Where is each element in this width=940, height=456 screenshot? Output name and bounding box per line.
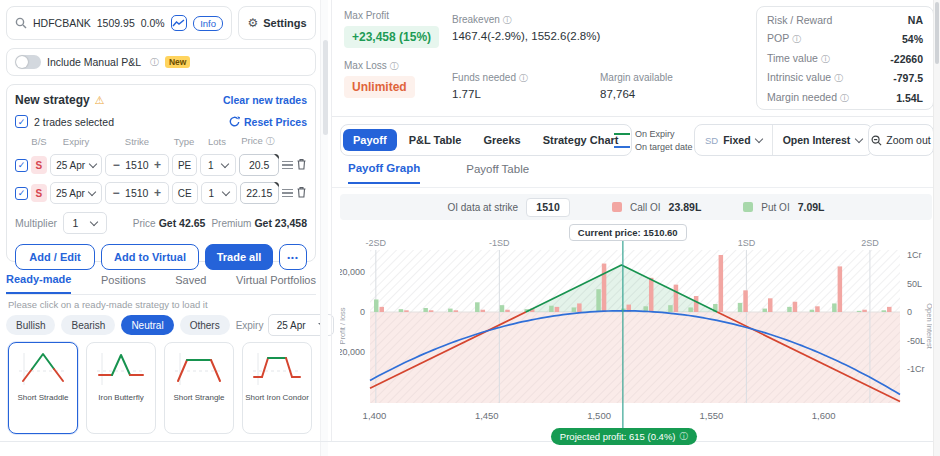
strategy-card-strangle[interactable]: Short Strangle	[164, 342, 234, 434]
drag-handle-icon[interactable]	[282, 159, 293, 172]
multiplier-select[interactable]: 1	[63, 212, 107, 234]
price-label: Price	[133, 218, 156, 229]
filter-bullish[interactable]: Bullish	[6, 315, 55, 335]
strike-minus-button[interactable]: −	[109, 158, 124, 172]
put-oi-bar	[500, 305, 505, 312]
option-type[interactable]: CE	[172, 182, 198, 204]
subtab-payoff-table[interactable]: Payoff Table	[466, 163, 529, 183]
summary-region: Max Profit +23,458 (15%) Max Lossⓘ Unlim…	[332, 0, 933, 116]
put-oi-bar	[549, 306, 554, 312]
expiry-filter-value: 25 Apr	[277, 320, 306, 331]
axis-label: -2SD	[366, 238, 387, 248]
add-to-virtual-button[interactable]: Add to Virtual	[101, 244, 199, 270]
filter-others[interactable]: Others	[180, 315, 230, 335]
put-oi-bar	[448, 309, 453, 312]
manual-pnl-row: Include Manual P&L ⓘ New	[6, 48, 316, 76]
stats-card: Risk / RewardNAPOPⓘ54%Time valueⓘ-22660I…	[756, 6, 934, 110]
axis-label: 0	[907, 307, 912, 317]
tab-virtual-portfolios[interactable]: Virtual Portfolios	[236, 269, 316, 293]
select-all-checkbox[interactable]: ✓	[15, 115, 28, 128]
chart-tab-payoff[interactable]: Payoff	[343, 129, 397, 151]
strike-plus-button[interactable]: +	[150, 186, 165, 200]
delete-trade-icon[interactable]	[296, 186, 307, 200]
drag-handle-icon[interactable]	[282, 187, 293, 200]
settings-label: Settings	[263, 17, 306, 29]
strike-minus-button[interactable]: −	[109, 186, 124, 200]
stat-row: Risk / RewardNA	[767, 10, 923, 30]
premium-label: Premium	[211, 218, 251, 229]
more-options-button[interactable]: •••	[279, 244, 307, 270]
strike-value: 1510	[125, 187, 148, 199]
oi-strip: OI data at strike 1510 Call OI 23.89L Pu…	[340, 194, 932, 220]
instrument-price: 1509.95	[97, 17, 135, 29]
call-oi-bar	[768, 298, 773, 312]
axis-label: -20,000	[340, 347, 365, 357]
max-profit-label: Max Profit	[344, 10, 389, 21]
multiplier-value: 1	[73, 217, 79, 229]
lots-select[interactable]: 1	[200, 154, 236, 176]
stat-row: Intrinsic valueⓘ-797.5	[767, 69, 923, 89]
trades-selected-text: 2 trades selected	[34, 116, 114, 128]
info-button[interactable]: Info	[193, 16, 223, 31]
clear-new-trades-link[interactable]: Clear new trades	[223, 94, 307, 106]
payoff-chart: Current price: 1510.60 -2SD-1SD1SD2SD20,…	[340, 224, 932, 454]
new-strategy-title: New strategy	[15, 93, 90, 107]
strategy-card-straddle[interactable]: Short Straddle	[8, 342, 78, 434]
info-icon[interactable]: ⓘ	[150, 56, 159, 69]
strike-stepper: −1510+	[105, 154, 169, 176]
premium-value: Get 23,458	[254, 217, 307, 229]
chart-line-button[interactable]	[171, 15, 187, 31]
call-oi-bar	[481, 310, 486, 312]
left-scrollbar[interactable]	[320, 0, 328, 456]
strategy-card-butterfly[interactable]: Iron Butterfly	[86, 342, 156, 434]
chart-tab-greeks[interactable]: Greeks	[473, 129, 530, 151]
chart-legend: On ExpiryOn target date	[614, 127, 693, 153]
tab-positions[interactable]: Positions	[101, 269, 146, 293]
side-badge[interactable]: S	[31, 184, 47, 202]
sd-mode-dropdown[interactable]: SD Fixed	[695, 125, 772, 155]
add-edit-button[interactable]: Add / Edit	[15, 244, 95, 270]
chart-tab-p-l-table[interactable]: P&L Table	[399, 129, 472, 151]
lots-select[interactable]: 1	[201, 182, 237, 204]
call-oi-bar	[649, 278, 654, 312]
page-scrollbar[interactable]	[933, 0, 940, 456]
call-oi-bar	[505, 310, 510, 312]
oi-strike-input[interactable]: 1510	[526, 198, 570, 217]
sd-prefix: SD	[705, 135, 718, 146]
delete-trade-icon[interactable]	[296, 158, 307, 172]
put-oi-bar	[596, 289, 601, 312]
new-badge: New	[165, 56, 190, 68]
projected-profit-badge: Projected profit: 615 (0.4%)ⓘ	[551, 428, 697, 445]
settings-button[interactable]: ⚙ Settings	[238, 6, 316, 40]
filter-bearish[interactable]: Bearish	[61, 315, 115, 335]
manual-pnl-toggle[interactable]	[15, 55, 41, 69]
price-input[interactable]: 20.5	[239, 154, 279, 176]
strategy-card-condor[interactable]: Short Iron Condor	[242, 342, 312, 434]
trade-checkbox[interactable]: ✓	[15, 159, 28, 172]
zoom-out-icon	[871, 135, 882, 146]
subtab-payoff-graph[interactable]: Payoff Graph	[348, 162, 420, 184]
tab-ready-made[interactable]: Ready-made	[6, 268, 71, 294]
axis-label: Open Interest	[925, 303, 932, 349]
instrument-search[interactable]: HDFCBANK 1509.95 0.0% Info	[6, 6, 232, 40]
trade-all-button[interactable]: Trade all	[205, 244, 273, 270]
trade-col-header: Type	[172, 136, 196, 147]
side-badge[interactable]: S	[31, 156, 47, 174]
expiry-select[interactable]: 25 Apr	[50, 182, 102, 204]
strike-plus-button[interactable]: +	[150, 158, 165, 172]
reset-prices-link[interactable]: Reset Prices	[244, 116, 307, 128]
tab-saved[interactable]: Saved	[175, 269, 206, 293]
expiry-filter-label: Expiry	[236, 320, 264, 331]
price-input[interactable]: 22.15	[240, 182, 279, 204]
option-type[interactable]: PE	[172, 154, 197, 176]
trade-column-headers: B/SExpiryStrikeTypeLotsPriceⓘ	[15, 135, 307, 148]
overlay-dropdown[interactable]: Open Interest	[773, 125, 873, 155]
call-oi-bar	[838, 266, 843, 312]
trade-checkbox[interactable]: ✓	[15, 187, 28, 200]
trade-col-header: Priceⓘ	[238, 135, 278, 148]
legend-item: On target date	[614, 140, 693, 153]
zoom-out-button[interactable]: Zoom out	[868, 124, 934, 156]
filter-neutral[interactable]: Neutral	[121, 315, 173, 335]
expiry-select[interactable]: 25 Apr	[50, 154, 102, 176]
payoff-chart-svg: -2SD-1SD1SD2SD20,0000-20,0001Cr50L0-50L-…	[340, 238, 932, 438]
